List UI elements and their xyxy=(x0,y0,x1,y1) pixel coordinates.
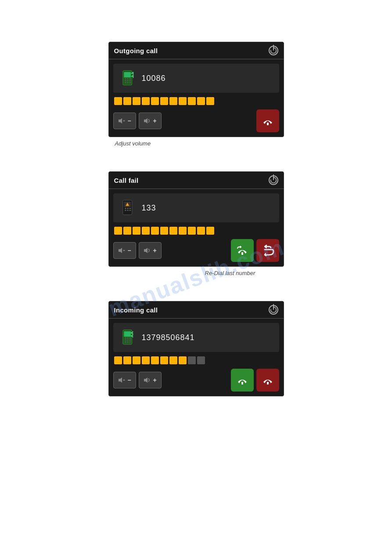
vol-bar-i7 xyxy=(169,356,177,364)
right-buttons-3 xyxy=(231,369,279,392)
redial-label: Re-Dial last number xyxy=(205,270,255,276)
svg-rect-45 xyxy=(125,341,126,343)
vol-bar-6 xyxy=(160,97,168,105)
svg-rect-10 xyxy=(125,82,126,83)
svg-rect-41 xyxy=(129,337,131,339)
volume-indicator-3 xyxy=(113,356,279,364)
speaker-icon-6 xyxy=(143,377,151,384)
redial-button[interactable] xyxy=(231,239,254,262)
call-fail-widget: Call fail ! xyxy=(108,171,284,267)
incoming-call-header: Incoming call xyxy=(109,301,284,319)
outgoing-annotation: Adjust volume xyxy=(108,137,284,154)
volume-down-button-2[interactable]: − xyxy=(113,242,136,259)
outgoing-call-panel: Outgoing call xyxy=(108,42,284,154)
call-fail-body: ! 133 xyxy=(109,189,284,266)
outgoing-number-display: 10086 xyxy=(113,64,279,93)
speaker-icon-4 xyxy=(143,247,151,254)
vol-bar-f10 xyxy=(197,227,205,235)
power-button-1[interactable] xyxy=(269,46,278,55)
vol-bar-5 xyxy=(151,97,159,105)
phone-device-icon-1 xyxy=(120,69,137,87)
phone-device-icon-2: ! xyxy=(120,199,137,217)
vol-bar-f1 xyxy=(114,227,122,235)
svg-rect-9 xyxy=(129,80,131,81)
speaker-icon-2 xyxy=(143,117,151,124)
vol-bar-i3 xyxy=(133,356,140,364)
adjust-volume-label: Adjust volume xyxy=(115,140,151,147)
vol-bar-f3 xyxy=(133,227,140,235)
svg-rect-11 xyxy=(127,82,129,83)
volume-up-button-3[interactable]: + xyxy=(139,372,162,388)
svg-rect-26 xyxy=(129,208,131,209)
call-fail-title: Call fail xyxy=(114,177,139,184)
svg-rect-12 xyxy=(129,82,131,83)
vol-bar-1 xyxy=(114,97,122,105)
power-button-2[interactable] xyxy=(269,175,278,185)
svg-marker-33 xyxy=(144,248,147,253)
hangup-button-3[interactable] xyxy=(256,369,279,392)
vol-bar-10 xyxy=(197,97,205,105)
vol-down-label-1: − xyxy=(127,117,131,124)
svg-text:!: ! xyxy=(127,203,128,206)
phone-device-icon-3 xyxy=(120,328,137,347)
svg-rect-47 xyxy=(129,341,131,343)
volume-up-button-1[interactable]: + xyxy=(139,112,162,129)
vol-bar-11 xyxy=(206,97,214,105)
vol-bar-i2 xyxy=(123,356,131,364)
vol-up-label-2: + xyxy=(153,247,156,254)
svg-rect-4 xyxy=(125,78,126,80)
incoming-number: 13798506841 xyxy=(142,333,195,342)
vol-bar-2 xyxy=(123,97,131,105)
svg-rect-52 xyxy=(241,382,243,385)
volume-down-button-3[interactable]: − xyxy=(113,372,136,388)
vol-bar-i9 xyxy=(188,356,196,364)
redial-icon xyxy=(236,244,249,257)
vol-bar-8 xyxy=(179,97,187,105)
incoming-call-title: Incoming call xyxy=(114,306,158,314)
vol-bar-7 xyxy=(169,97,177,105)
answer-button[interactable] xyxy=(231,369,254,392)
svg-rect-28 xyxy=(127,210,129,211)
outgoing-call-body: 10086 xyxy=(109,59,284,137)
controls-row-2: − + xyxy=(113,239,279,262)
vol-bar-f4 xyxy=(142,227,150,235)
outgoing-call-widget: Outgoing call xyxy=(108,42,284,137)
svg-rect-29 xyxy=(129,210,131,211)
svg-rect-6 xyxy=(129,78,131,80)
svg-rect-34 xyxy=(241,252,243,255)
power-button-3[interactable] xyxy=(269,305,278,315)
vol-bar-f11 xyxy=(206,227,214,235)
svg-rect-25 xyxy=(127,208,129,209)
svg-rect-8 xyxy=(127,80,129,81)
vol-bar-i8 xyxy=(179,356,187,364)
vol-bar-9 xyxy=(188,97,196,105)
vol-bar-i6 xyxy=(160,356,168,364)
incoming-call-widget: Incoming call xyxy=(108,301,284,396)
outgoing-call-header: Outgoing call xyxy=(109,42,284,59)
svg-marker-30 xyxy=(119,248,122,253)
vol-bar-f2 xyxy=(123,227,131,235)
svg-marker-48 xyxy=(119,377,122,383)
controls-row-3: − + xyxy=(113,369,279,392)
volume-up-button-2[interactable]: + xyxy=(139,242,162,259)
volume-down-button-1[interactable]: − xyxy=(113,112,136,129)
vol-down-label-3: − xyxy=(127,377,131,384)
svg-rect-43 xyxy=(127,339,129,341)
back-button[interactable] xyxy=(256,239,279,262)
svg-rect-3 xyxy=(124,72,131,77)
svg-marker-13 xyxy=(119,118,122,123)
right-buttons-2 xyxy=(231,239,279,262)
hangup-icon-3 xyxy=(261,374,274,386)
hangup-button-1[interactable] xyxy=(256,109,279,132)
svg-rect-39 xyxy=(125,337,126,339)
svg-marker-51 xyxy=(144,377,147,383)
volume-indicator-2 xyxy=(113,227,279,235)
svg-rect-7 xyxy=(125,80,126,81)
call-fail-panel: Call fail ! xyxy=(108,171,284,283)
vol-bar-f5 xyxy=(151,227,159,235)
outgoing-number: 10086 xyxy=(142,74,166,83)
vol-up-label-3: + xyxy=(153,377,156,384)
vol-bar-f8 xyxy=(179,227,187,235)
call-fail-annotation: Re-Dial last number xyxy=(108,267,284,283)
svg-rect-17 xyxy=(267,123,269,125)
